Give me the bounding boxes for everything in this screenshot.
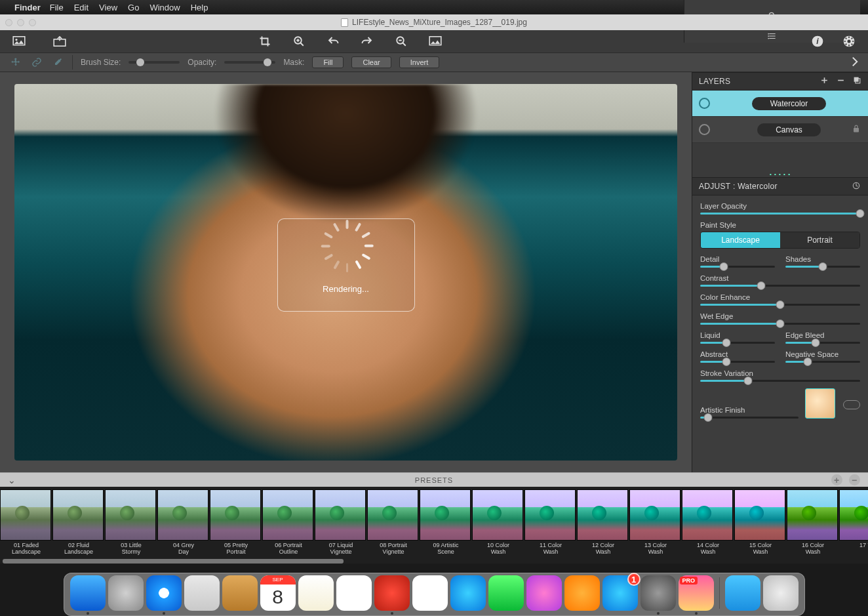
dock-photos[interactable] [412, 575, 448, 611]
slider-artistic-finish[interactable] [700, 417, 799, 419]
slider-edge_bleed[interactable] [785, 342, 860, 344]
traffic-minimize[interactable] [17, 19, 24, 26]
preset-item[interactable]: 10 ColorWash [472, 489, 524, 559]
traffic-close[interactable] [5, 19, 12, 26]
lock-icon[interactable] [852, 124, 860, 135]
zoom-out-icon[interactable] [390, 33, 412, 50]
menu-list-icon[interactable] [767, 31, 778, 43]
dock-facetime[interactable] [488, 575, 524, 611]
menu-file[interactable]: File [50, 3, 64, 12]
preset-thumb[interactable] [262, 489, 313, 541]
compare-icon[interactable] [424, 33, 446, 50]
preset-item[interactable]: 04 GreyDay [157, 489, 210, 559]
brush-size-slider[interactable] [128, 61, 180, 64]
dock-ibooks[interactable] [564, 575, 600, 611]
preset-thumb[interactable] [629, 489, 681, 541]
layer-name[interactable]: Watercolor [752, 97, 827, 110]
preset-thumb[interactable] [315, 489, 366, 541]
dock-messages[interactable] [450, 575, 486, 611]
menubar-clock[interactable]: Fri 9:55 AM [752, 0, 792, 2]
preset-thumb[interactable] [524, 489, 576, 541]
paint-style-segmented[interactable]: Landscape Portrait [700, 232, 860, 249]
presets-strip[interactable]: 01 FadedLandscape 02 FluidLandscape 03 L… [0, 487, 868, 559]
slider-neg_space[interactable] [785, 361, 860, 363]
presets-scrollbar[interactable] [0, 559, 868, 564]
preset-item[interactable]: 12 ColorWash [577, 489, 629, 559]
menu-window[interactable]: Window [149, 3, 180, 12]
image-canvas[interactable]: Rendering... [14, 84, 677, 461]
dock-safari[interactable] [146, 575, 182, 611]
preset-thumb[interactable] [0, 489, 51, 541]
opacity-slider[interactable] [224, 61, 275, 64]
dock-appstore[interactable]: 1 [602, 575, 638, 611]
zoom-in-icon[interactable] [288, 33, 310, 50]
menu-edit[interactable]: Edit [74, 3, 89, 12]
preset-item[interactable]: 17 T [839, 489, 868, 559]
preset-thumb[interactable] [787, 489, 838, 541]
slider-abstract[interactable] [700, 361, 775, 363]
dock-trash[interactable] [763, 575, 799, 611]
slider-layer-opacity[interactable] [700, 213, 860, 215]
preset-thumb[interactable] [839, 489, 868, 541]
preset-thumb[interactable] [367, 489, 418, 541]
seg-landscape[interactable]: Landscape [701, 232, 780, 248]
preset-thumb[interactable] [472, 489, 523, 541]
dock-calendar[interactable]: SEP8 [260, 575, 296, 611]
presets-collapse-icon[interactable]: ⌄ [8, 475, 16, 485]
dock-notes[interactable] [298, 575, 334, 611]
dock-contacts[interactable] [222, 575, 258, 611]
preset-item[interactable]: 14 ColorWash [682, 489, 734, 559]
preset-thumb[interactable] [734, 489, 785, 541]
dock-settings[interactable] [641, 575, 676, 611]
preset-item[interactable]: 13 ColorWash [629, 489, 682, 559]
info-icon[interactable]: i [806, 33, 829, 50]
remove-layer-icon[interactable] [837, 76, 845, 87]
mask-fill-button[interactable]: Fill [312, 56, 344, 68]
reset-adjust-icon[interactable] [851, 181, 861, 192]
move-tool-icon[interactable] [9, 56, 22, 69]
preset-item[interactable]: 02 FluidLandscape [52, 489, 105, 559]
collapse-panels-icon[interactable] [851, 56, 859, 69]
preset-item[interactable]: 11 ColorWash [524, 489, 577, 559]
preset-item[interactable]: 09 ArtisticScene [420, 489, 472, 559]
slider-stroke_var[interactable] [700, 380, 860, 382]
preset-thumb[interactable] [577, 489, 628, 541]
preset-item[interactable]: 16 ColorWash [787, 489, 839, 559]
preset-thumb[interactable] [210, 489, 261, 541]
preset-item[interactable]: 06 PortraitOutline [262, 489, 315, 559]
preset-thumb[interactable] [420, 489, 471, 541]
dock-fantastical[interactable] [374, 575, 410, 611]
add-preset-icon[interactable]: + [831, 474, 842, 485]
slider-wet_edge[interactable] [700, 323, 860, 325]
artistic-finish-swatch[interactable] [805, 388, 835, 419]
slider-detail[interactable] [700, 266, 775, 268]
layer-visibility-icon[interactable] [699, 98, 710, 109]
layer-row-watercolor[interactable]: Watercolor [692, 91, 868, 117]
settings-gear-icon[interactable] [838, 33, 860, 50]
layer-row-canvas[interactable]: Canvas [692, 117, 868, 143]
duplicate-layer-icon[interactable] [853, 76, 861, 87]
preset-thumb[interactable] [105, 489, 156, 541]
preset-thumb[interactable] [157, 489, 208, 541]
menu-view[interactable]: View [99, 3, 117, 12]
dock-downloads[interactable] [725, 575, 760, 611]
menu-help[interactable]: Help [191, 3, 208, 12]
dock-itunes[interactable] [526, 575, 562, 611]
preset-item[interactable]: 03 LittleStormy [105, 489, 157, 559]
preset-thumb[interactable] [682, 489, 733, 541]
canvas-area[interactable]: Rendering... [0, 72, 692, 472]
export-icon[interactable] [49, 33, 71, 50]
link-tool-icon[interactable] [30, 56, 43, 69]
link-finish-icon[interactable] [843, 400, 860, 409]
preset-item[interactable]: 05 PrettyPortrait [210, 489, 262, 559]
dock-paint-pro[interactable]: PRO [679, 575, 714, 611]
traffic-zoom[interactable] [29, 19, 36, 26]
preset-item[interactable]: 15 ColorWash [734, 489, 787, 559]
layer-visibility-icon[interactable] [699, 124, 710, 135]
crop-icon[interactable] [254, 33, 276, 50]
undo-icon[interactable] [322, 33, 344, 50]
seg-portrait[interactable]: Portrait [780, 232, 859, 248]
menu-go[interactable]: Go [128, 3, 139, 12]
add-layer-icon[interactable] [820, 76, 829, 87]
fit-screen-icon[interactable] [8, 33, 30, 50]
